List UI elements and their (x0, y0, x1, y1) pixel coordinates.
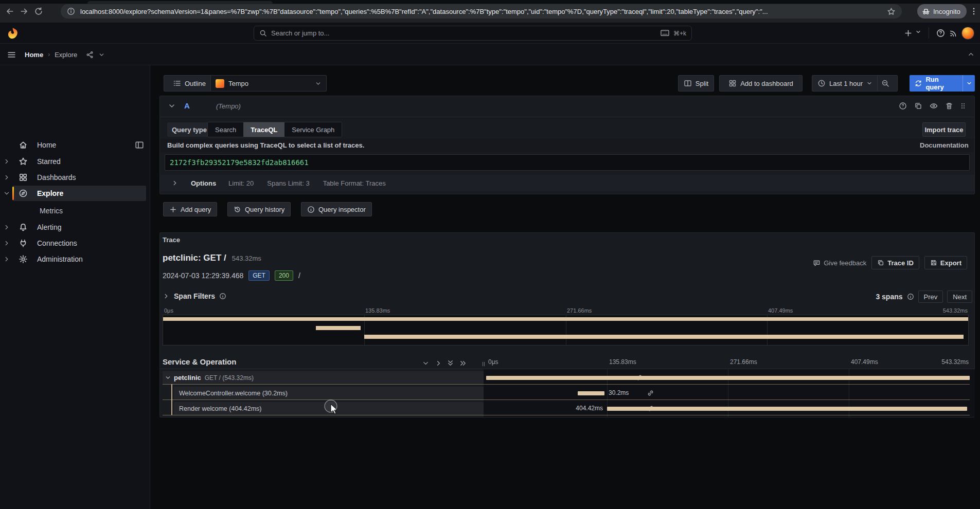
user-avatar[interactable] (961, 27, 974, 40)
import-trace-button[interactable]: Import trace (922, 122, 966, 137)
outline-button[interactable]: Outline (164, 75, 215, 92)
new-chevron-down-icon[interactable] (915, 29, 921, 38)
collapse-one-chevron-down-icon[interactable] (422, 359, 430, 367)
trace-id-button[interactable]: Trace ID (871, 256, 919, 269)
history-icon (234, 206, 241, 213)
mega-menu-icon[interactable] (7, 50, 16, 59)
collapse-all-chevrons-down-icon[interactable] (447, 359, 454, 367)
traceql-query-input[interactable]: 2172f3fb29352179e5832fd2ab816661 (165, 154, 970, 171)
share-icon[interactable] (86, 51, 94, 59)
trace-minimap[interactable] (163, 315, 969, 346)
span-operation: WelcomeController.welcome (30.2ms) (179, 390, 288, 397)
query-duplicate-icon[interactable] (914, 102, 922, 110)
span-operation: Render welcome (404.42ms) (179, 405, 262, 412)
dock-menu-icon[interactable] (135, 140, 144, 150)
add-query-button[interactable]: Add query (163, 202, 217, 216)
expand-one-chevron-right-icon[interactable] (435, 359, 442, 367)
query-collapse-chevron-icon[interactable] (168, 102, 176, 110)
next-button[interactable]: Next (947, 290, 972, 303)
query-help-icon[interactable] (899, 102, 907, 110)
query-type-tabs[interactable]: SearchTraceQLService Graph (207, 122, 342, 137)
sidebar-item-dashboards[interactable]: Dashboards (0, 170, 150, 185)
add-to-dashboard-button[interactable]: Add to dashboard (719, 75, 803, 92)
sidebar-item-home[interactable]: Home (0, 137, 150, 153)
tab-service-graph[interactable]: Service Graph (284, 122, 342, 137)
chevron-right-icon[interactable] (3, 224, 10, 231)
browser-reload-icon[interactable] (34, 7, 43, 16)
span-tree-guide (171, 384, 172, 415)
trace-meta-row: 2024-07-03 12:29:39.468 GET 200 / (163, 270, 300, 281)
chevron-right-icon[interactable] (3, 240, 10, 247)
time-range-group[interactable]: Last 1 hour (812, 75, 898, 92)
sidebar-item-connections[interactable]: Connections (0, 235, 150, 251)
sidebar-item-alerting[interactable]: Alerting (0, 220, 150, 235)
options-row[interactable]: Options Limit: 20Spans Limit: 3Table For… (160, 175, 974, 191)
breadcrumb-explore[interactable]: Explore (55, 51, 77, 59)
export-label: Export (940, 259, 961, 267)
incognito-badge: Incognito (917, 4, 967, 19)
span-duration-bar[interactable] (486, 376, 970, 380)
export-button[interactable]: Export (924, 256, 967, 269)
query-inspector-button[interactable]: Query inspector (301, 202, 372, 216)
grafana-logo[interactable] (6, 27, 20, 40)
run-query-button[interactable]: Run query (910, 75, 975, 92)
url-text[interactable]: localhost:8000/explore?schemaVersion=1&p… (80, 8, 881, 15)
copy-icon (877, 259, 884, 266)
query-history-button[interactable]: Query history (227, 202, 291, 216)
span-duration-bar[interactable] (578, 391, 604, 395)
span-link-icon[interactable] (647, 389, 654, 397)
span-duration-bar[interactable] (607, 407, 967, 411)
browser-active-tab[interactable] (87, 1, 273, 4)
browser-menu-icon[interactable] (969, 7, 978, 16)
chevron-down-icon[interactable] (3, 190, 10, 197)
query-ref-id[interactable]: A (184, 101, 190, 110)
expand-all-chevrons-right-icon[interactable] (459, 359, 467, 367)
split-button[interactable]: Split (678, 75, 714, 92)
span-row-separator (163, 384, 970, 385)
tab-traceql[interactable]: TraceQL (243, 122, 284, 137)
query-row-header[interactable] (159, 96, 975, 117)
search-shortcut: ⌘+k (673, 30, 686, 37)
collapse-panel-chevron-up-icon[interactable] (967, 50, 975, 58)
span-chevron-down-icon[interactable] (165, 374, 171, 381)
span-row-name[interactable]: petclinicGET / (543.32ms) (163, 371, 484, 384)
zoom-out-icon[interactable] (881, 79, 889, 87)
breadcrumb-bar: Home › Explore (0, 44, 980, 65)
spans-info-icon (907, 293, 914, 300)
query-type-label: Query type (167, 122, 211, 137)
datasource-picker[interactable]: Tempo (210, 75, 327, 92)
share-chevron-down-icon[interactable] (98, 51, 105, 58)
timeline-axis-tick: 135.83ms (609, 358, 636, 366)
span-row-name[interactable]: WelcomeController.welcome (30.2ms) (174, 387, 484, 399)
active-highlight (12, 186, 146, 201)
browser-forward-icon[interactable] (20, 7, 29, 16)
chevron-right-icon[interactable] (3, 158, 10, 165)
search-input[interactable]: Search or jump to... ⌘+k (254, 26, 692, 41)
news-rss-icon[interactable] (949, 29, 958, 38)
browser-url-bar[interactable]: localhost:8000/explore?schemaVersion=1&p… (61, 4, 902, 19)
new-plus-icon[interactable] (904, 29, 913, 38)
query-delete-trash-icon[interactable] (945, 102, 953, 110)
sidebar-item-starred[interactable]: Starred (0, 154, 150, 169)
prev-button[interactable]: Prev (918, 290, 943, 303)
nav-divider (929, 27, 929, 39)
run-query-chevron-down-icon[interactable] (963, 75, 975, 92)
timeline-axis: 0μs135.83ms271.66ms407.49ms543.32ms (486, 358, 970, 367)
give-feedback-link[interactable]: Give feedback (813, 259, 866, 267)
help-icon[interactable] (936, 29, 945, 38)
tab-search[interactable]: Search (208, 122, 243, 137)
sidebar-item-metrics[interactable]: Metrics (0, 203, 150, 219)
documentation-link[interactable]: Documentation (920, 141, 969, 149)
bookmark-star-icon[interactable] (887, 7, 896, 16)
star-icon (19, 157, 28, 166)
query-drag-handle-icon[interactable] (959, 102, 967, 110)
dashboard-grid-icon (728, 79, 737, 87)
site-info-icon[interactable] (67, 7, 75, 15)
tempo-logo-icon (216, 79, 224, 88)
query-disable-eye-icon[interactable] (930, 102, 938, 110)
chevron-right-icon[interactable] (3, 174, 10, 181)
span-service: petclinic (174, 374, 201, 381)
breadcrumb-home[interactable]: Home (25, 51, 43, 59)
sidebar-item-explore[interactable]: Explore (0, 186, 150, 201)
browser-back-icon[interactable] (5, 7, 14, 16)
